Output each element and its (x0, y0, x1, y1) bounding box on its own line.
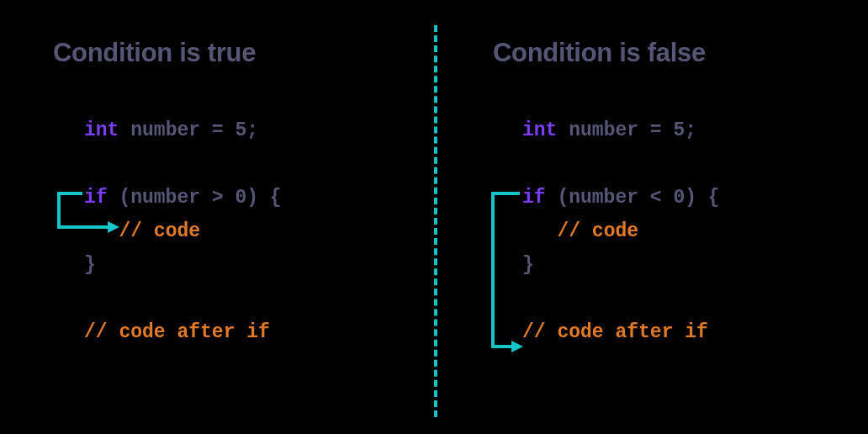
panel-condition-true: Condition is true int number = 5; if (nu… (0, 0, 434, 434)
code-line: // code (522, 214, 720, 248)
code-line-blank (522, 147, 720, 181)
comment-after-if: // code after if (84, 321, 270, 343)
heading-left: Condition is true (53, 38, 256, 68)
heading-right: Condition is false (493, 38, 706, 68)
code-line: if (number < 0) { (522, 181, 720, 214)
code-line: // code (84, 214, 282, 248)
code-line-blank (522, 282, 720, 315)
diagram-container: Condition is true int number = 5; if (nu… (0, 0, 868, 434)
keyword-if: if (84, 187, 108, 209)
brace-close: } (522, 254, 534, 276)
keyword-int: int (522, 119, 557, 141)
code-line: int number = 5; (522, 114, 720, 147)
vertical-divider (434, 25, 437, 417)
code-text: number = 5; (119, 119, 258, 141)
svg-marker-1 (511, 341, 523, 352)
code-text: (number > 0) { (108, 187, 282, 209)
code-line-blank (84, 282, 282, 315)
comment-after-if: // code after if (522, 321, 708, 343)
comment-code: // code (84, 220, 200, 242)
code-line: // code after if (522, 315, 720, 349)
code-line-blank (84, 147, 282, 181)
code-line: } (84, 248, 282, 282)
keyword-int: int (84, 119, 119, 141)
comment-code: // code (522, 220, 638, 242)
panel-condition-false: Condition is false int number = 5; if (n… (434, 0, 868, 434)
code-line: if (number > 0) { (84, 181, 282, 214)
code-line: // code after if (84, 315, 282, 349)
code-text: (number < 0) { (546, 187, 720, 209)
code-text: number = 5; (557, 119, 696, 141)
code-line: } (522, 248, 720, 282)
code-block-left: int number = 5; if (number > 0) { // cod… (84, 114, 282, 349)
keyword-if: if (522, 187, 546, 209)
code-line: int number = 5; (84, 114, 282, 147)
code-block-right: int number = 5; if (number < 0) { // cod… (522, 114, 720, 349)
brace-close: } (84, 254, 96, 276)
